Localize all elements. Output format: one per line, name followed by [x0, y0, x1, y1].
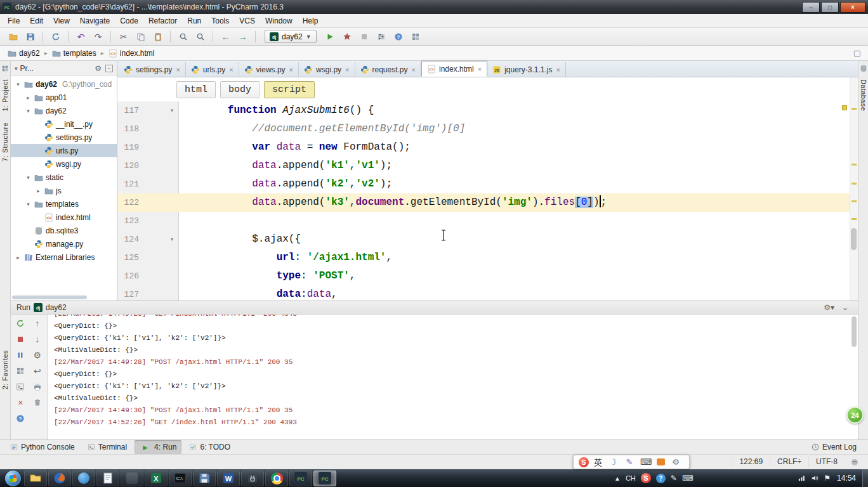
breadcrumb-templates[interactable]: templates — [49, 48, 99, 59]
messenger-icon[interactable] — [72, 471, 95, 486]
taskbar-clock[interactable]: 14:54 — [831, 474, 862, 483]
code-line-119[interactable]: 119 var data = new FormData(); — [117, 138, 850, 157]
code-line-117[interactable]: 117▾ function AjaxSubmit6() { — [117, 101, 850, 120]
tree-item-day62[interactable]: ▾day62G:\python_cod — [11, 77, 117, 91]
tree-toggle-icon[interactable]: ▾ — [25, 201, 32, 207]
minimize-button[interactable]: – — [802, 2, 820, 13]
tree-item-External-Libraries[interactable]: ▸External Libraries — [11, 250, 117, 264]
error-stripe[interactable] — [850, 77, 858, 301]
find-icon[interactable] — [175, 29, 191, 44]
crumb-chip-body[interactable]: body — [220, 81, 260, 98]
tree-item-urls-py[interactable]: urls.py — [11, 144, 117, 157]
console-settings-icon[interactable]: ⚙ — [32, 349, 43, 360]
plug-icon[interactable] — [241, 471, 264, 486]
menu-view[interactable]: View — [48, 15, 75, 27]
pycharm-icon[interactable]: PC — [289, 471, 312, 486]
tool-stripe-1-project[interactable]: 1: Project — [1, 74, 9, 117]
code-line-118[interactable]: 118 //document.getElementById('img')[0] — [117, 120, 850, 138]
paste-icon[interactable] — [150, 29, 166, 44]
tab-views-py[interactable]: views.py× — [239, 62, 299, 77]
tab-index-html[interactable]: <>index.html× — [421, 61, 487, 77]
tree-toggle-icon[interactable]: ▸ — [25, 94, 32, 101]
crumb-chip-script[interactable]: script — [264, 81, 315, 98]
pause-output-icon[interactable] — [15, 349, 26, 360]
tool-stripe-database[interactable]: Database — [860, 74, 867, 117]
pen-icon[interactable]: ✎ — [624, 457, 635, 468]
tree-item-static[interactable]: ▾static — [11, 171, 117, 184]
tab-settings-py[interactable]: settings.py× — [119, 62, 186, 77]
moon-icon[interactable]: ☽ — [607, 457, 619, 468]
menu-refactor[interactable]: Refactor — [143, 15, 182, 27]
help-tray-icon[interactable]: ? — [656, 474, 666, 483]
soft-wrap-icon[interactable]: ↩ — [32, 365, 43, 376]
back-icon[interactable]: ← — [218, 29, 233, 44]
pycharm-active-icon[interactable]: PC — [313, 471, 336, 486]
volume-icon[interactable] — [811, 474, 819, 482]
tool-stripe-7-structure[interactable]: 7: Structure — [1, 117, 9, 167]
breadcrumb-day62[interactable]: day62 — [5, 48, 43, 59]
maximize-button[interactable]: □ — [821, 2, 839, 13]
toolbox-icon[interactable] — [657, 458, 665, 465]
tree-item-settings-py[interactable]: settings.py — [11, 131, 117, 144]
cut-icon[interactable]: ✂ — [115, 29, 131, 44]
editor-scrollbar-thumb[interactable] — [851, 228, 857, 250]
tree-item-js[interactable]: ▸js — [11, 184, 117, 197]
replace-icon[interactable] — [192, 29, 208, 44]
tree-item-app01[interactable]: ▸app01 — [11, 91, 117, 104]
project-settings-icon[interactable]: ⚙ — [95, 64, 102, 73]
explorer-icon[interactable] — [24, 471, 47, 486]
caret-position-widget[interactable]: 122:69 — [732, 457, 770, 467]
tree-item-day62[interactable]: ▾day62 — [11, 104, 117, 117]
tree-item-templates[interactable]: ▾templates — [11, 197, 117, 211]
copy-icon[interactable] — [133, 29, 148, 44]
code-line-125[interactable]: 125 url: '/ajax1.html', — [117, 249, 850, 267]
sogou-logo-icon[interactable]: S — [579, 457, 589, 467]
start-button[interactable] — [5, 471, 21, 486]
menu-navigate[interactable]: Navigate — [75, 15, 115, 27]
toolwindow-terminal[interactable]: Terminal — [82, 441, 132, 453]
menu-run[interactable]: Run — [182, 15, 206, 27]
tree-toggle-icon[interactable]: ▾ — [25, 174, 32, 181]
tree-toggle-icon[interactable]: ▸ — [35, 188, 42, 194]
highlighting-level-icon[interactable] — [850, 458, 859, 467]
undo-icon[interactable]: ↶ — [73, 29, 89, 44]
pen-tray-icon[interactable]: ✎ — [671, 472, 677, 484]
encoding-widget[interactable]: UTF-8 — [808, 457, 845, 467]
help-icon[interactable]: ? — [15, 413, 26, 424]
tab-request-py[interactable]: request.py× — [355, 62, 421, 77]
menu-vcs[interactable]: VCS — [234, 15, 260, 27]
tab-close-icon[interactable]: × — [176, 66, 180, 74]
tab-close-icon[interactable]: × — [229, 66, 233, 74]
menu-window[interactable]: Window — [260, 15, 298, 27]
crumb-chip-html[interactable]: html — [176, 81, 216, 98]
excel-icon[interactable]: X — [145, 471, 168, 486]
tab-jquery-3-1-1-js[interactable]: JSjquery-3.1.1.js× — [487, 62, 566, 77]
menu-tools[interactable]: Tools — [206, 15, 234, 27]
tree-toggle-icon[interactable]: ▾ — [15, 81, 22, 88]
tab-close-icon[interactable]: × — [478, 65, 482, 73]
console-scrollbar-thumb[interactable] — [852, 316, 857, 347]
toolwindow-4-run[interactable]: ▶4: Run — [135, 440, 181, 454]
up-stack-icon[interactable]: ↑ — [32, 318, 43, 328]
print-icon[interactable] — [32, 381, 43, 392]
forward-icon[interactable]: → — [235, 29, 251, 44]
tree-toggle-icon[interactable]: ▾ — [25, 108, 32, 114]
run-icon[interactable] — [322, 29, 338, 44]
firefox-icon[interactable] — [48, 471, 71, 486]
cmd-icon[interactable]: C:\ — [169, 471, 192, 486]
rerun-icon[interactable] — [15, 318, 26, 328]
run-configuration-select[interactable]: djday62▼ — [265, 30, 317, 43]
ime-mode-indicator[interactable]: 英 — [594, 456, 602, 468]
save-icon[interactable] — [193, 471, 216, 486]
sogou-tray-icon[interactable]: S — [641, 473, 651, 483]
action-center-icon[interactable]: ⚑ — [824, 472, 831, 484]
word-icon[interactable]: W — [217, 471, 240, 486]
tab-close-icon[interactable]: × — [412, 66, 416, 74]
console[interactable]: [22/Mar/2017 14:49:26] "GET /index.html … — [48, 315, 858, 439]
run-settings-icon[interactable]: ⚙▾ — [824, 303, 834, 312]
floating-badge[interactable]: 24 — [846, 406, 864, 424]
breadcrumb-index-html[interactable]: <>index.html — [106, 48, 157, 59]
keyboard-icon[interactable]: ⌨ — [640, 457, 652, 468]
tree-item-db-sqlite3[interactable]: db.sqlite3 — [11, 224, 117, 237]
collapse-all-icon[interactable]: − — [105, 65, 113, 72]
